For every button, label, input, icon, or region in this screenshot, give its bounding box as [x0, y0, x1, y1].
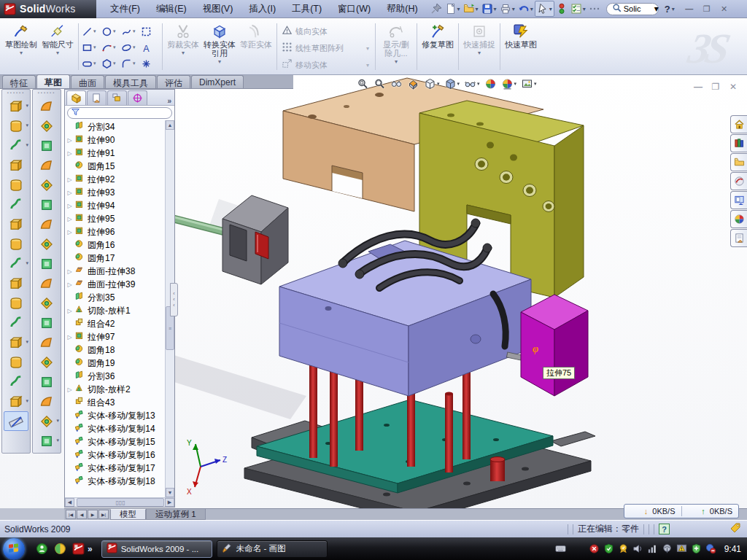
task-pane-view-palette-icon[interactable] [730, 191, 747, 209]
pin-icon[interactable] [429, 1, 444, 16]
undo-icon[interactable]: ▾ [516, 1, 535, 16]
features-toolbar-icon-6[interactable] [4, 195, 28, 214]
menu-编辑E[interactable]: 编辑(E) [148, 1, 195, 18]
expand-arrow-icon[interactable]: ▷ [66, 268, 73, 275]
tree-item[interactable]: ▷拉伸97 [66, 330, 174, 343]
tree-item[interactable]: ▷曲面-拉伸38 [66, 265, 174, 278]
save-icon[interactable]: ▾ [480, 1, 498, 16]
zoom-area-icon[interactable] [372, 77, 387, 90]
mold-tools-toolbar-icon-9[interactable] [34, 254, 59, 273]
bottom-tab-运动算例 1[interactable]: 运动算例 1 [146, 509, 206, 520]
sketch-polygon-icon[interactable]: ▾ [101, 58, 117, 70]
tree-item[interactable]: ▷切除-放样1 [66, 304, 174, 317]
toolbar-grip[interactable]: •••••• [38, 91, 56, 95]
ribbon-button-display-delete[interactable]: 显示/删除几...▾ [378, 20, 414, 73]
features-toolbar-icon-16[interactable]: ▾ [4, 392, 28, 411]
sketch-text-icon[interactable]: A [140, 42, 152, 54]
toolbar-grip[interactable]: •••••• [7, 91, 26, 95]
next-study-button[interactable]: ▶ [88, 510, 98, 519]
tree-item[interactable]: 分割34 [66, 120, 174, 133]
ribbon-button-mirror[interactable]: 镜向实体 [279, 24, 373, 39]
menu-帮助H[interactable]: 帮助(H) [379, 1, 425, 18]
tab-模具工具[interactable]: 模具工具 [105, 75, 156, 88]
restore-button[interactable]: ❐ [700, 3, 714, 15]
manager-tab-dimxpert-manager[interactable] [128, 90, 147, 105]
expand-arrow-icon[interactable]: ▷ [66, 137, 73, 144]
menu-窗口W[interactable]: 窗口(W) [330, 1, 379, 18]
sketch-slot-icon[interactable]: ▾ [81, 58, 97, 70]
tree-item[interactable]: ▷拉伸96 [66, 225, 174, 238]
mold-tools-toolbar-icon-8[interactable] [34, 234, 59, 254]
tree-item[interactable]: 圆角17 [66, 252, 174, 265]
print-icon[interactable]: ▾ [498, 1, 516, 16]
expand-arrow-icon[interactable]: ▷ [66, 334, 73, 341]
features-toolbar-icon-13[interactable]: ▾ [4, 332, 28, 352]
mold-tools-toolbar-icon-1[interactable] [34, 96, 59, 116]
mold-tools-toolbar-icon-18[interactable]: ▾ [34, 431, 59, 451]
task-pane-custom-properties-icon[interactable] [730, 229, 747, 247]
hide-show-items-icon[interactable]: ▾ [462, 77, 481, 90]
expand-arrow-icon[interactable]: ▷ [66, 386, 73, 393]
view-settings-icon[interactable]: ▾ [519, 77, 538, 90]
mold-tools-toolbar-icon-10[interactable] [34, 273, 59, 293]
sketch-point-icon[interactable] [140, 58, 152, 70]
mold-tools-toolbar-icon-15[interactable] [34, 372, 59, 392]
tray-shield-plus-icon[interactable] [691, 543, 703, 555]
tree-horizontal-scrollbar[interactable]: ◀ ▯▯▯ ▶ [65, 497, 174, 507]
ribbon-button-move-entities[interactable]: 移动实体▾ [279, 58, 373, 72]
features-toolbar-icon-8[interactable] [4, 234, 28, 254]
close-button[interactable]: ✕ [717, 3, 732, 15]
task-pane-file-explorer-icon[interactable] [730, 153, 747, 171]
tree-item[interactable]: 实体-移动/复制13 [66, 409, 174, 422]
bottom-tab-模型[interactable]: 模型 [110, 509, 146, 520]
help-button[interactable]: ?▾ [665, 4, 675, 15]
quick-launch-messenger-icon[interactable] [35, 542, 48, 556]
mold-tools-toolbar-icon-6[interactable] [34, 195, 59, 214]
features-toolbar-icon-5[interactable] [4, 175, 28, 195]
sketch-line-icon[interactable]: ▾ [81, 26, 97, 38]
ribbon-button-quick-snaps[interactable]: 快速捕捉▾ [461, 20, 498, 73]
features-toolbar-icon-14[interactable] [4, 352, 28, 372]
tray-warning-icon[interactable] [676, 543, 688, 555]
tab-曲面[interactable]: 曲面 [71, 75, 104, 88]
features-toolbar-icon-11[interactable] [4, 293, 28, 313]
mold-tools-toolbar-icon-2[interactable] [34, 116, 59, 136]
sketch-ellipse-icon[interactable]: ▾ [120, 42, 136, 54]
network-speed-widget[interactable]: ↓ 0KB/S ↑ 0KB/S [624, 504, 739, 518]
tree-item[interactable]: 圆角15 [66, 160, 174, 173]
ribbon-button-offset[interactable]: 等距实体 [238, 20, 274, 73]
tray-keyboard-icon[interactable] [555, 543, 567, 555]
manager-tab-feature-manager[interactable] [66, 90, 86, 105]
mold-tools-toolbar-icon-11[interactable] [34, 293, 59, 313]
scroll-up-icon[interactable]: ▲ [166, 120, 174, 130]
sketch-spline-icon[interactable]: ▾ [120, 26, 136, 38]
last-study-button[interactable]: ▶| [98, 510, 109, 519]
tree-item[interactable]: 实体-移动/复制16 [66, 448, 174, 462]
features-toolbar-icon-10[interactable] [4, 273, 28, 293]
overflow-icon[interactable] [587, 1, 602, 16]
mold-tools-toolbar-icon-3[interactable] [34, 136, 59, 155]
search-input[interactable] [622, 4, 654, 14]
display-style-icon[interactable]: ▾ [443, 77, 462, 90]
taskbar-clock[interactable]: 9:41 [724, 544, 741, 554]
previous-study-button[interactable]: ◀ [77, 510, 87, 519]
tray-badge-icon[interactable] [618, 543, 630, 555]
features-toolbar-icon-2[interactable]: ▾ [4, 116, 28, 136]
tree-item[interactable]: 组合43 [66, 396, 174, 409]
panel-splitter[interactable]: ‹‹‹ [170, 283, 178, 316]
chevron-down-icon[interactable]: ▾ [654, 4, 659, 14]
mold-tools-toolbar-icon-13[interactable] [34, 332, 59, 352]
tree-item[interactable]: ▷拉伸93 [66, 186, 174, 199]
sketch-sketch-fillet-icon[interactable]: ▾ [120, 58, 136, 70]
mold-tools-toolbar-icon-16[interactable] [34, 392, 59, 411]
quick-launch-chevron[interactable]: » [88, 544, 93, 554]
scroll-left-icon[interactable]: ◀ [65, 498, 74, 507]
task-pane-appearances-icon[interactable] [730, 210, 747, 228]
tree-item[interactable]: 实体-移动/复制15 [66, 435, 174, 448]
tree-item[interactable]: 分割36 [66, 370, 174, 383]
sketch-arc-icon[interactable]: ▾ [101, 42, 117, 54]
mold-tools-toolbar-icon-14[interactable] [34, 352, 59, 372]
sketch-circle-icon[interactable]: ▾ [101, 26, 117, 38]
mold-tools-toolbar-icon-12[interactable] [34, 313, 59, 332]
zoom-fit-icon[interactable] [355, 77, 371, 90]
